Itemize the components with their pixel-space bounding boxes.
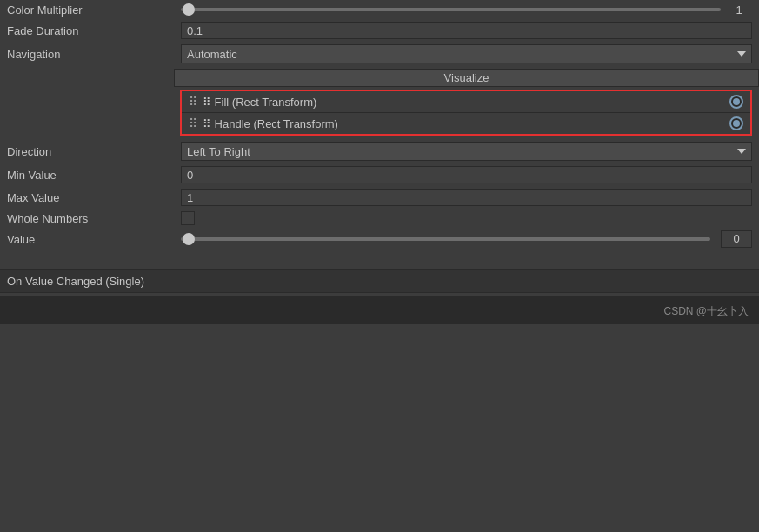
inspector-panel: Color Multiplier 1 Fade Duration Navigat… [0,0,759,324]
value-row: Value 0 [0,228,759,250]
handle-rect-object-label: ⠿ Handle (Rect Transform) [203,117,729,130]
fade-duration-value [181,22,752,39]
value-slider-track[interactable] [181,237,710,241]
value-number-box[interactable]: 0 [721,230,752,248]
min-value-input[interactable] [181,166,752,183]
slider-track[interactable] [181,8,721,11]
value-slider[interactable]: 0 [181,230,752,248]
color-multiplier-number: 1 [726,3,752,17]
footer-bar: CSDN @十幺卜入 [0,296,759,324]
navigation-dropdown-label: Automatic [187,48,734,61]
navigation-dropdown-arrow-icon [737,51,746,57]
fill-rect-radio-inner [733,98,740,105]
direction-value: Left To Right [181,142,752,161]
navigation-label: Navigation [7,48,181,61]
handle-rect-object-row: ⠿ ⠿ Handle (Rect Transform) [182,113,750,134]
fill-rect-move-icon: ⠿ [189,95,196,109]
spacer [0,250,759,263]
min-value-field-container [181,166,752,183]
direction-dropdown-label: Left To Right [187,145,734,158]
handle-rect-radio[interactable] [729,116,743,130]
visualize-row: Visualize [0,66,759,90]
whole-numbers-checkbox[interactable] [181,211,195,225]
move-dots-icon-2: ⠿ [189,116,196,130]
min-value-row: Min Value [0,163,759,186]
whole-numbers-row: Whole Numbers [0,209,759,228]
footer-text: CSDN @十幺卜入 [663,304,749,319]
move-dots-icon: ⠿ [189,95,196,109]
whole-numbers-value [181,211,752,225]
selected-rect-group: ⠿ ⠿ Fill (Rect Transform) ⠿ ⠿ Handle (Re… [180,90,752,136]
color-multiplier-value: 1 [181,3,752,17]
fill-rect-object-label: ⠿ Fill (Rect Transform) [203,96,729,109]
color-multiplier-slider[interactable]: 1 [181,3,752,17]
fade-duration-label: Fade Duration [7,24,181,37]
fill-rect-object-row: ⠿ ⠿ Fill (Rect Transform) [182,91,750,113]
value-slider-thumb[interactable] [183,233,195,245]
visualize-btn-container: Visualize [174,69,759,87]
color-multiplier-label: Color Multiplier [7,3,181,17]
color-multiplier-row: Color Multiplier 1 [0,0,759,19]
direction-dropdown-arrow-icon [737,149,746,154]
value-label: Value [7,233,181,246]
whole-numbers-label: Whole Numbers [7,212,181,225]
value-slider-container: 0 [181,230,752,248]
fade-duration-row: Fade Duration [0,19,759,42]
min-value-label: Min Value [7,169,181,182]
max-value-field-container [181,189,752,206]
on-value-changed-label: On Value Changed (Single) [7,275,144,288]
max-value-row: Max Value [0,186,759,209]
slider-thumb[interactable] [183,3,195,16]
handle-rect-move-icon: ⠿ [189,116,196,130]
visualize-button[interactable]: Visualize [174,69,759,87]
direction-row: Direction Left To Right [0,139,759,163]
fill-rect-radio[interactable] [729,95,743,109]
fade-duration-input[interactable] [181,22,752,39]
max-value-input[interactable] [181,189,752,206]
direction-label: Direction [7,145,181,158]
handle-rect-radio-inner [733,120,740,127]
navigation-dropdown[interactable]: Automatic [181,44,752,63]
navigation-row: Navigation Automatic [0,42,759,66]
navigation-value: Automatic [181,44,752,63]
direction-dropdown[interactable]: Left To Right [181,142,752,161]
on-value-changed-section: On Value Changed (Single) [0,269,759,293]
max-value-label: Max Value [7,191,181,204]
